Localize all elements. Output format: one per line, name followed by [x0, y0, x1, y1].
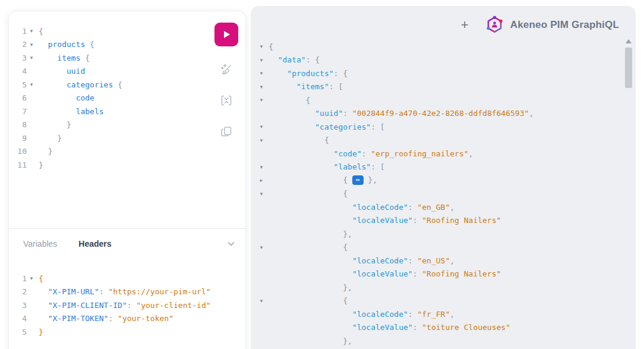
fold-caret-icon[interactable]: ▾ [27, 28, 36, 34]
code-line[interactable]: 2 "X-PIM-URL": "https://your-pim-url" [9, 285, 239, 299]
add-tab-button[interactable]: + [460, 18, 470, 32]
code-line[interactable]: "localeValue": "Roofing Nailers" [257, 268, 620, 281]
token: { [39, 274, 43, 283]
token: uuid [67, 67, 85, 76]
fold-caret-icon[interactable]: ▾ [257, 137, 266, 143]
code-line[interactable]: 8 } [9, 118, 204, 132]
code-line[interactable]: 10 } [9, 145, 204, 159]
code-line[interactable]: 9 } [9, 131, 204, 145]
code-text: products { [36, 40, 94, 49]
code-line[interactable]: 1▾{ [9, 24, 204, 38]
code-line[interactable]: "localeValue": "Roofing Nailers" [257, 214, 620, 228]
fold-caret-icon[interactable]: ▾ [257, 124, 266, 130]
line-number: 11 [9, 161, 27, 169]
code-line[interactable]: 3 "X-PIM-CLIENT-ID": "your-client-id" [9, 298, 239, 312]
line-number: 1 [9, 27, 27, 36]
fold-caret-icon[interactable]: ▾ [257, 97, 266, 103]
fold-caret-icon[interactable]: ▾ [257, 43, 266, 49]
execute-query-button[interactable] [214, 23, 238, 46]
code-line[interactable]: ▾ "categories": [ [257, 120, 620, 134]
line-number: 9 [9, 134, 27, 143]
token: : [408, 203, 418, 212]
collapse-section-button[interactable] [226, 239, 236, 249]
token: "localeValue" [352, 216, 413, 225]
fold-caret-icon[interactable]: ▾ [27, 81, 36, 87]
code-line[interactable]: 7 labels [9, 105, 204, 118]
fold-caret-icon[interactable]: ▾ [27, 275, 36, 281]
query-card: 1▾{2▾ products {3▾ items {4 uuid5▾ categ… [8, 11, 246, 349]
code-line[interactable]: 5▾ categories { [9, 78, 204, 92]
headers-editor[interactable]: 1▾{2 "X-PIM-URL": "https://your-pim-url"… [9, 272, 239, 339]
fold-caret-icon[interactable]: ▾ [257, 57, 266, 63]
code-line[interactable]: }, [257, 334, 620, 348]
code-line[interactable]: ▾ { [257, 294, 620, 308]
line-number: 3 [9, 54, 27, 62]
code-line[interactable]: ▾ { [257, 134, 620, 147]
code-line[interactable]: "localeCode": "fr_FR", [257, 307, 620, 321]
code-text: "X-PIM-URL": "https://your-pim-url" [36, 287, 211, 296]
code-line[interactable]: 1▾{ [9, 272, 239, 285]
code-line[interactable]: 4 uuid [9, 65, 204, 78]
copy-query-button[interactable] [219, 124, 234, 139]
code-text: "categories": [ [266, 122, 385, 131]
scroll-up-button[interactable] [625, 37, 632, 45]
collapsed-object-badge[interactable]: ↔ [352, 175, 364, 185]
token: } [39, 161, 43, 169]
response-viewer[interactable]: ▾{▾ "data": {▾ "products": {▾ "items": [… [257, 40, 620, 349]
code-line[interactable]: ▾ "items": [ [257, 80, 620, 94]
code-text: } [36, 161, 43, 169]
code-line[interactable]: 3▾ items { [9, 51, 204, 65]
code-line[interactable]: 2▾ products { [9, 38, 204, 52]
tab-variables[interactable]: Variables [23, 239, 57, 249]
token [269, 122, 315, 131]
code-line[interactable]: }, [257, 227, 620, 241]
fold-caret-icon[interactable]: ▾ [257, 244, 266, 250]
query-editor[interactable]: 1▾{2▾ products {3▾ items {4 uuid5▾ categ… [9, 24, 204, 172]
code-line[interactable]: }, [257, 281, 620, 294]
token: { [85, 40, 94, 49]
fold-caret-icon[interactable]: ▾ [257, 298, 266, 304]
code-line[interactable]: ▾ "labels": [ [257, 161, 620, 174]
code-line[interactable]: "uuid": "002844f9-a470-42e2-8268-ddfd8f6… [257, 107, 620, 121]
copy-icon [219, 124, 233, 139]
fold-caret-icon[interactable]: ▾ [27, 42, 36, 48]
token: "localeValue" [352, 269, 413, 278]
code-line[interactable]: ▾{ [257, 40, 620, 54]
prettify-button[interactable] [219, 62, 234, 77]
code-line[interactable]: "localeValue": "toiture Cloueuses" [257, 321, 620, 335]
code-line[interactable]: ▾ "products": { [257, 67, 620, 80]
code-line[interactable]: 11} [9, 158, 204, 172]
fold-caret-icon[interactable]: ▾ [257, 191, 266, 197]
code-line[interactable]: ▾ { [257, 187, 620, 201]
token: : [ [371, 122, 384, 131]
fold-caret-icon[interactable]: ▾ [257, 70, 266, 76]
code-line[interactable]: "code": "erp_roofing_nailers", [257, 147, 620, 161]
token: } [39, 328, 43, 337]
code-line[interactable]: "localeCode": "en_GB", [257, 200, 620, 214]
fold-caret-icon[interactable]: ▾ [257, 84, 266, 90]
fold-caret-icon[interactable]: ▸ [257, 177, 266, 183]
token: : [127, 301, 137, 310]
token: "https://your-pim-url" [108, 287, 210, 296]
fold-caret-icon[interactable]: ▾ [27, 55, 36, 61]
token: "Roofing Nailers" [422, 269, 501, 278]
fold-caret-icon[interactable]: ▾ [257, 164, 266, 170]
section-divider [9, 228, 245, 229]
scrollbar-thumb[interactable] [625, 48, 632, 88]
tab-headers[interactable]: Headers [78, 239, 111, 249]
panel-header: + [460, 14, 619, 36]
token: : [108, 314, 118, 323]
token [269, 109, 315, 118]
code-text: { [266, 296, 348, 305]
code-line[interactable]: 6 code [9, 92, 204, 105]
merge-fragments-button[interactable] [219, 93, 234, 108]
code-line[interactable]: ▾ { [257, 93, 620, 107]
code-line[interactable]: 5} [9, 325, 239, 339]
code-line[interactable]: ▾ { [257, 241, 620, 254]
code-text: categories { [36, 80, 122, 89]
code-line[interactable]: ▸ { ↔ }, [257, 174, 620, 187]
code-line[interactable]: 4 "X-PIM-TOKEN": "your-token" [9, 312, 239, 326]
code-line[interactable]: "localeCode": "en_US", [257, 254, 620, 268]
code-line[interactable]: ▾ "data": { [257, 54, 620, 67]
token [39, 314, 48, 323]
